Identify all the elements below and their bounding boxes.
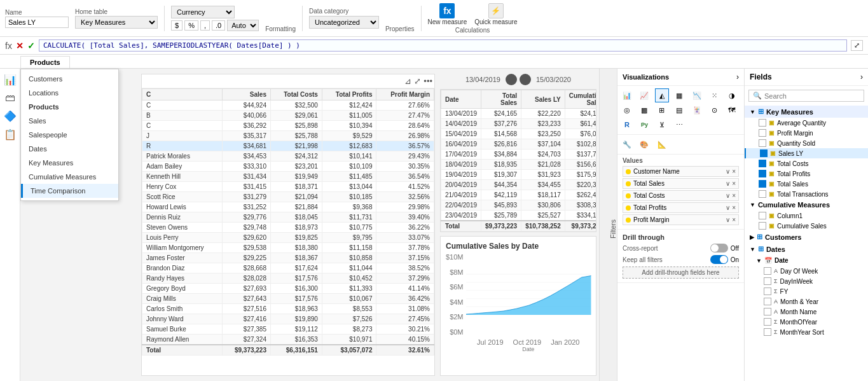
quick-measure-btn[interactable]: ⚡ Quick measure: [474, 3, 517, 25]
fy-item[interactable]: Σ FY: [745, 286, 868, 296]
dollar-btn[interactable]: $: [171, 20, 183, 31]
currency-select[interactable]: Currency: [171, 6, 235, 18]
dropdown-item-products[interactable]: Products: [21, 100, 118, 114]
name-input[interactable]: [5, 17, 69, 28]
cumulative-sales-item[interactable]: ▣ Cumulative Sales: [745, 221, 868, 231]
table-row[interactable]: Brandon Diaz $28,668 $17,624 $11,044 38.…: [142, 263, 434, 274]
dates-table-row[interactable]: 21/04/2019 $42,119 $18,117 $262,424: [441, 190, 597, 200]
table-row[interactable]: Louis Perry $29,620 $19,825 $9,795 33.07…: [142, 233, 434, 243]
total-transactions-checkbox[interactable]: [759, 190, 766, 198]
dates-table-row[interactable]: 22/04/2019 $45,893 $30,806 $308,317: [441, 200, 597, 211]
column1-checkbox[interactable]: [759, 212, 766, 219]
fields-search-box[interactable]: 🔍: [748, 90, 864, 102]
sidebar-icon-dax[interactable]: 📋: [4, 128, 17, 141]
viz-icon-area[interactable]: ◭: [655, 88, 669, 102]
viz-icon-filter[interactable]: ⊻: [655, 118, 669, 132]
dates-table-row[interactable]: 13/04/2019 $24,165 $22,220 $24,165: [441, 109, 597, 119]
add-drill-btn[interactable]: Add drill-through fields here: [623, 267, 739, 279]
viz-icon-line[interactable]: 📈: [637, 88, 651, 102]
cross-report-toggle[interactable]: Off: [710, 244, 739, 253]
table-row[interactable]: Scott Rice $31,279 $21,094 $10,185 32.56…: [142, 192, 434, 202]
key-measures-header[interactable]: ▼ ⊞ Key Measures: [745, 106, 868, 118]
viz-icon-treemap[interactable]: ▩: [637, 103, 651, 117]
table-row[interactable]: Raymond Allen $27,324 $16,353 $10,971 40…: [142, 335, 434, 345]
table-row[interactable]: C $44,924 $32,500 $12,424 27.66%: [142, 100, 434, 111]
customers-header[interactable]: ▶ ⊞ Customers: [745, 231, 868, 243]
dropdown-item-cumulativemeasures[interactable]: Cumulative Measures: [21, 170, 118, 184]
total-sales-chip[interactable]: Total Sales ∨ ×: [623, 178, 739, 189]
viz-icon-map[interactable]: 🗺: [725, 103, 739, 117]
comma-btn[interactable]: ,: [200, 20, 210, 31]
home-table-select[interactable]: Key Measures: [75, 16, 158, 29]
data-category-select[interactable]: Uncategorized: [309, 16, 379, 29]
table-row[interactable]: William Montgomery $29,538 $18,380 $11,1…: [142, 243, 434, 253]
dates-table-row[interactable]: 20/04/2019 $44,354 $34,455 $220,305: [441, 180, 597, 190]
total-costs-checkbox[interactable]: [759, 160, 766, 167]
table-row[interactable]: Dennis Ruiz $29,776 $18,045 $11,731 39.4…: [142, 212, 434, 223]
dates-table-row[interactable]: 19/04/2019 $19,307 $31,923 $175,951: [441, 170, 597, 180]
decimal-btn[interactable]: .0: [212, 20, 225, 31]
viz-expand-btn[interactable]: ›: [736, 73, 739, 81]
table-row[interactable]: Craig Mills $27,643 $17,576 $10,067 36.4…: [142, 294, 434, 304]
day-in-week-item[interactable]: Σ DayInWeek: [745, 276, 868, 286]
viz-icon-donut[interactable]: ◎: [620, 103, 634, 117]
table-row[interactable]: James Foster $29,225 $18,367 $10,858 37.…: [142, 253, 434, 263]
dropdown-item-salespeople[interactable]: Salespeople: [21, 128, 118, 142]
dropdown-item-dates[interactable]: Dates: [21, 142, 118, 156]
dates-table-row[interactable]: 16/04/2019 $26,816 $37,104 $102,825: [441, 139, 597, 149]
viz-icon-gauge[interactable]: ⊙: [707, 103, 721, 117]
total-costs-item[interactable]: ▣ Total Costs: [745, 158, 868, 169]
dropdown-item-keymeasures[interactable]: Key Measures: [21, 156, 118, 170]
viz-icon-stacked[interactable]: ▦: [672, 88, 686, 102]
table-row[interactable]: Henry Cox $31,415 $18,371 $13,044 41.52%: [142, 182, 434, 192]
total-profits-item[interactable]: ▣ Total Profits: [745, 169, 868, 179]
viz-icon-py[interactable]: Py: [637, 118, 651, 132]
sidebar-icon-model[interactable]: 🔷: [4, 110, 17, 122]
dropdown-item-locations[interactable]: Locations: [21, 86, 118, 100]
formula-check-btn[interactable]: ✓: [27, 41, 35, 51]
dates-table-row[interactable]: 17/04/2019 $34,884 $24,703 $137,709: [441, 149, 597, 160]
dates-table-row[interactable]: 15/04/2019 $14,568 $23,250 $76,009: [441, 129, 597, 139]
sidebar-icon-data[interactable]: 🗃: [5, 92, 15, 104]
customer-name-chip[interactable]: Customer Name ∨ ×: [623, 166, 739, 177]
fields-search-input[interactable]: [764, 92, 860, 100]
table-row[interactable]: Howard Lewis $31,252 $21,884 $9,368 29.9…: [142, 202, 434, 212]
sales-ly-checkbox[interactable]: [760, 149, 768, 157]
formula-expand-btn[interactable]: ⤢: [851, 40, 863, 51]
total-profits-checkbox[interactable]: [759, 170, 766, 177]
total-costs-chip[interactable]: Total Costs ∨ ×: [623, 190, 739, 201]
dates-table-row[interactable]: 14/04/2019 $37,276 $23,233 $61,441: [441, 119, 597, 129]
qty-sold-item[interactable]: ▣ Quantity Sold: [745, 138, 868, 148]
auto-select[interactable]: Auto: [227, 20, 259, 31]
viz-icon-column[interactable]: 📉: [690, 88, 704, 102]
profit-margin-chip[interactable]: Profit Margin ∨ ×: [623, 214, 739, 225]
cumulative-header[interactable]: ▼ Cumulative Measures: [745, 199, 868, 211]
viz-icon-build[interactable]: 🔧: [620, 137, 634, 151]
table-row[interactable]: Kenneth Hill $31,434 $19,949 $11,485 36.…: [142, 172, 434, 182]
total-sales-checkbox[interactable]: [759, 180, 766, 188]
filters-panel[interactable]: Filters: [599, 69, 617, 381]
day-of-week-item[interactable]: A Day Of Week: [745, 266, 868, 276]
sales-ly-item[interactable]: ▣ Sales LY: [745, 148, 868, 158]
viz-icon-card[interactable]: 🃏: [690, 103, 704, 117]
month-of-year-item[interactable]: Σ MonthOfYear: [745, 317, 868, 327]
table-row[interactable]: Samuel Burke $27,385 $19,112 $8,273 30.2…: [142, 324, 434, 335]
avg-qty-item[interactable]: ▣ Average Quantity: [745, 118, 868, 128]
month-year-item[interactable]: A Month & Year: [745, 296, 868, 307]
table-row[interactable]: Randy Hayes $28,028 $17,576 $10,452 37.2…: [142, 274, 434, 284]
percent-btn[interactable]: %: [184, 20, 198, 31]
viz-icon-scatter[interactable]: ⁙: [707, 88, 721, 102]
formula-input[interactable]: CALCULATE( [Total Sales], SAMEPERIODLAST…: [39, 39, 847, 52]
table-row[interactable]: Carlos Smith $27,516 $18,963 $8,553 31.0…: [142, 304, 434, 314]
expand-btn[interactable]: ⤢: [414, 76, 421, 86]
table-row[interactable]: C $36,292 $25,898 $10,394 28.64%: [142, 121, 434, 131]
total-transactions-item[interactable]: ▣ Total Transactions: [745, 189, 868, 199]
table-row[interactable]: R $34,681 $21,998 $12,683 36.57%: [142, 141, 434, 151]
new-measure-btn[interactable]: fx New measure: [428, 3, 467, 25]
profit-margin-checkbox[interactable]: [759, 129, 766, 137]
table-row[interactable]: Johnny Ward $27,416 $19,890 $7,526 27.45…: [142, 314, 434, 324]
keep-filters-toggle[interactable]: On: [710, 255, 739, 264]
formula-x-btn[interactable]: ✕: [16, 41, 24, 51]
dropdown-item-customers[interactable]: Customers: [21, 72, 118, 86]
table-row[interactable]: Gregory Boyd $27,693 $16,300 $11,393 41.…: [142, 284, 434, 294]
